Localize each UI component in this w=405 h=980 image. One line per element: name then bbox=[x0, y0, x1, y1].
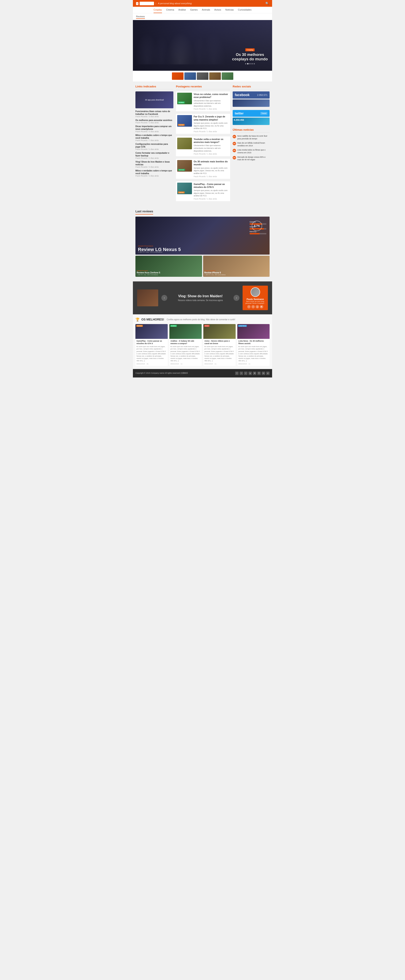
hero-section: Cosplay Os 30 melhores cosplays do mundo bbox=[133, 20, 272, 71]
footer-icon-copyright[interactable]: © bbox=[257, 372, 261, 375]
link-title-6[interactable]: Como formatar seu computador e fazer bac… bbox=[135, 151, 173, 157]
post-title-5[interactable]: GamePlay - Como passar as missões do GTA… bbox=[194, 183, 229, 189]
best-date-4: 06/02/2015 bbox=[238, 363, 247, 365]
best-item-4[interactable]: Lista Nova Lista Nova - Os 30 melhores f… bbox=[237, 324, 270, 366]
sub-nav-reviews[interactable]: Reviews bbox=[136, 15, 145, 19]
link-title-1[interactable]: Funcionários litam coisas ruins de traba… bbox=[135, 110, 173, 116]
trophy-icon: 🏆 bbox=[135, 318, 140, 321]
review-small-label-1: SMARTPHONES bbox=[137, 270, 160, 272]
vlog-social-google[interactable]: g bbox=[256, 305, 259, 309]
search-icon[interactable]: 🔍 bbox=[265, 2, 269, 5]
three-column-layout: Links indicados 30 app para download Fun… bbox=[133, 82, 272, 207]
hero-dot-1[interactable] bbox=[245, 63, 246, 64]
nav-item-animals[interactable]: Animals bbox=[202, 8, 210, 13]
posts-column: Postagens recentes Análise Virus no celu… bbox=[176, 85, 230, 204]
post-excerpt-1: Obviamente é fato que estamos vulnerávei… bbox=[194, 99, 229, 107]
best-cat-3: Aviso bbox=[204, 325, 210, 327]
post-title-2[interactable]: Far Cry 3: Zerando o jogo de uma maneira… bbox=[194, 115, 229, 121]
link-title-3[interactable]: Dicas importantes para comprar um novo s… bbox=[135, 125, 173, 130]
review-small-meta-1: 1.389.571 visu. 253 comentários bbox=[137, 274, 160, 275]
hero-dot-3[interactable] bbox=[249, 63, 251, 64]
nav-item-noticias[interactable]: Notícias bbox=[225, 8, 234, 13]
footer-icon-rss[interactable]: r bbox=[244, 372, 248, 375]
hero-dot-4[interactable] bbox=[251, 63, 253, 64]
news-title-normal: Últimas bbox=[233, 128, 243, 131]
site-logo[interactable]: i InfoShare bbox=[136, 2, 154, 5]
news-text-3[interactable]: Lista revela todos os filmes que o cinem… bbox=[237, 149, 270, 154]
post-title-3[interactable]: Youtube volta a mostrar os anúncios mais… bbox=[194, 138, 229, 144]
top-bar-divider: | bbox=[156, 2, 156, 5]
link-title-5[interactable]: Configurações necessárias para jogar GTA bbox=[135, 143, 173, 148]
best-subtitle: Confira agora os melhores posts do blog.… bbox=[167, 318, 235, 321]
post-excerpt-4: Sempre que posso, eu ajudo vocês com alg… bbox=[194, 167, 229, 175]
link-item-6: Como formatar seu computador e fazer bac… bbox=[135, 151, 173, 159]
best-item-3[interactable]: Aviso Aviso - Novos vídeos para o canal … bbox=[203, 324, 236, 366]
news-text-1[interactable]: Novo satélite da Nasa irá contr ibuir pa… bbox=[237, 135, 270, 140]
vlog-social-youtube[interactable]: ▶ bbox=[260, 305, 263, 309]
post-cat-badge-1: Análise bbox=[178, 102, 184, 103]
best-item-2[interactable]: Análise Análise - O Galaxy S5 vale mesmo… bbox=[169, 324, 202, 366]
vlog-social-facebook[interactable]: f bbox=[247, 305, 251, 309]
twitter-btn[interactable]: Tweet bbox=[260, 112, 267, 115]
twitter-image: 4.250.456 bbox=[233, 118, 270, 125]
footer-icon-facebook[interactable]: f bbox=[235, 372, 238, 375]
link-meta-2: Paulo Ricardo / 2 dias atrás bbox=[135, 122, 173, 124]
facebook-block[interactable]: facebook 2.950.571 bbox=[233, 91, 270, 99]
thumb-2[interactable] bbox=[184, 72, 196, 80]
nav-item-games[interactable]: Games bbox=[190, 8, 197, 13]
post-author-5: Paulo Ricardo / 1 dias atrás bbox=[194, 198, 229, 200]
news-item-2: 02 Mais de um bilhão Android foram vendi… bbox=[233, 142, 270, 147]
nav-item-cinema[interactable]: Cinema bbox=[166, 8, 174, 13]
thumb-1[interactable] bbox=[172, 72, 184, 80]
twitter-block[interactable]: twitter Tweet bbox=[233, 110, 270, 117]
link-title-8[interactable]: Mitos e verdades sobre o tempo que você … bbox=[135, 169, 173, 175]
post-content-3: Youtube volta a mostrar os anúncios mais… bbox=[194, 138, 229, 155]
link-title-4[interactable]: Mitos e verdades sobre o tempo que você … bbox=[135, 134, 173, 139]
news-text-4[interactable]: Mercado de design cresce 80% e mais de 4… bbox=[237, 156, 270, 161]
post-title-4[interactable]: Os 30 animais mais bonitos do mundo bbox=[194, 160, 229, 166]
review-main[interactable]: SMARTPHONES Review LG Nexus 5 1.389.371 … bbox=[135, 216, 270, 255]
post-title-1[interactable]: Virus no celular, como resolver esse pro… bbox=[194, 93, 229, 99]
twitter-name: twitter bbox=[235, 112, 244, 115]
best-grid: Games GamePlay - Como passar as missões … bbox=[135, 324, 270, 366]
links-section-title: Links indicados bbox=[135, 85, 173, 89]
best-item-title-3: Aviso - Novos vídeos para o canal em bre… bbox=[204, 340, 235, 345]
nav-item-analise[interactable]: Análise bbox=[178, 8, 186, 13]
best-cat-4: Lista Nova bbox=[238, 325, 247, 327]
post-item-5: Games GamePlay - Como passar as missões … bbox=[176, 181, 230, 201]
links-featured-image[interactable]: 30 app para download bbox=[135, 91, 173, 108]
facebook-name: facebook bbox=[235, 93, 249, 97]
social-section-title: Redes sociais bbox=[233, 85, 270, 89]
vlog-prev-button[interactable]: ‹ bbox=[161, 295, 167, 301]
link-item-4: Mitos e verdades sobre o tempo que você … bbox=[135, 134, 173, 142]
news-text-2[interactable]: Mais de um bilhão Android foram vendidos… bbox=[237, 142, 270, 147]
vlog-social-twitter[interactable]: t bbox=[251, 305, 255, 309]
last-reviews-title: Last reviews bbox=[135, 210, 153, 215]
footer-icon-linkedin[interactable]: in bbox=[262, 372, 265, 375]
link-title-7[interactable]: Vlog! Show do Iron Maiden e boas notícia… bbox=[135, 161, 173, 166]
nav-item-curiosidades[interactable]: Curiosidades bbox=[238, 8, 251, 13]
thumb-4[interactable] bbox=[209, 72, 221, 80]
review-small-2[interactable]: SMARTPHONES Review iPhone 6 1.389.571 vi… bbox=[203, 256, 270, 277]
hero-dot-5[interactable] bbox=[254, 63, 255, 64]
best-item-content-3: Aviso - Novos vídeos para o canal em bre… bbox=[203, 339, 236, 366]
footer-icon-google[interactable]: g bbox=[248, 372, 252, 375]
best-item-1[interactable]: Games GamePlay - Como passar as missões … bbox=[135, 324, 168, 366]
vlog-next-button[interactable]: › bbox=[233, 295, 240, 301]
link-title-2[interactable]: Os melhores para assustar assinhos bbox=[135, 119, 173, 122]
footer-social-icons: f t r g ★ © in p bbox=[235, 372, 270, 375]
post-excerpt-5: Sempre que posso, eu ajudo vocês com alg… bbox=[194, 189, 229, 197]
footer-icon-pinterest[interactable]: p bbox=[266, 372, 270, 375]
best-date-2: 06/02/2015 bbox=[170, 363, 179, 365]
review-small-1[interactable]: SMARTPHONES Review Asus Zenfone 5 1.389.… bbox=[135, 256, 202, 277]
footer-icon-star[interactable]: ★ bbox=[253, 372, 256, 375]
posts-title-accent: recentes bbox=[191, 85, 202, 88]
hero-dot-2[interactable] bbox=[247, 63, 248, 64]
social-title-accent: sociais bbox=[242, 85, 251, 88]
nav-item-cosplay[interactable]: Cosplay bbox=[154, 8, 162, 13]
best-item-img-3: Aviso bbox=[203, 324, 236, 339]
nav-item-avisos[interactable]: Avisos bbox=[214, 8, 221, 13]
thumb-3[interactable] bbox=[197, 72, 208, 80]
footer-icon-twitter[interactable]: t bbox=[240, 372, 243, 375]
thumb-5[interactable] bbox=[222, 72, 233, 80]
